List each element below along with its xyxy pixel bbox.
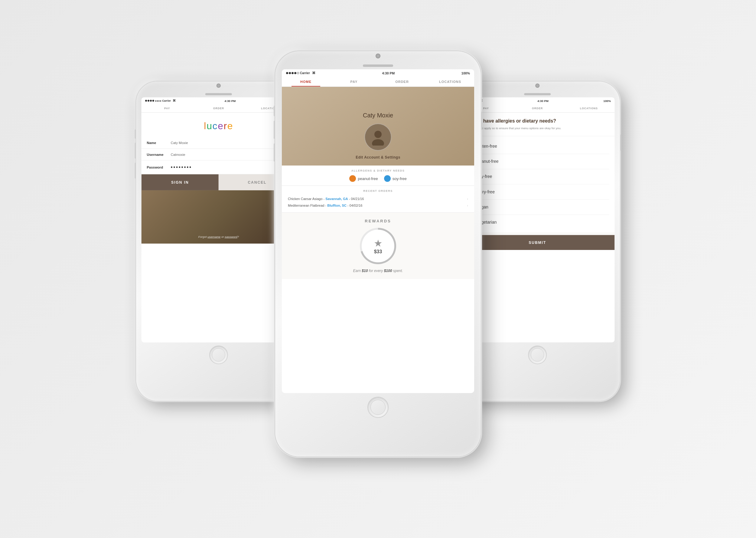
home-button-right[interactable] (528, 346, 547, 364)
phone-center: Carrier ⌘ 4:30 PM 100% HOME PAY ORDER LO… (275, 51, 481, 457)
password-value: •••••••• (170, 164, 192, 170)
soy-dot (384, 175, 391, 182)
svg-point-0 (374, 131, 382, 138)
status-bar-right: Carrier ⌘ 4:30 PM 100% (460, 97, 614, 104)
allergen-peanut: peanut-free (349, 175, 378, 182)
nav-pay[interactable]: PAY (330, 77, 378, 86)
dietary-options: gluten-free peanut-free soy-free dairy-f… (460, 136, 614, 232)
status-bar-center: Carrier ⌘ 4:30 PM 100% (282, 69, 474, 77)
time-left: 4:30 PM (225, 99, 236, 103)
speaker-center (363, 65, 393, 67)
order-arrow-1: › (467, 197, 468, 201)
rewards-amount: $33 (374, 249, 382, 254)
login-screen: lucere Name Caty Moxie Username Catmoxie… (142, 113, 296, 342)
nav-pay-left[interactable]: PAY (142, 104, 193, 112)
battery-right: 100% (603, 99, 611, 103)
submit-button[interactable]: SUBMIT (460, 235, 614, 250)
profile-avatar[interactable] (364, 124, 392, 151)
home-screen: Caty Moxie Edit Account & Settings ALLER… (282, 87, 474, 279)
option-gluten-free[interactable]: gluten-free (466, 139, 609, 154)
svg-point-1 (372, 139, 384, 145)
soy-label: soy-free (393, 177, 407, 181)
camera-center (376, 54, 380, 58)
dietary-title: Do you have allergies or dietary needs? (466, 118, 609, 124)
recent-orders-label: RECENT ORDERS (288, 189, 468, 192)
order-arrow-2: › (467, 204, 468, 207)
allergen-soy: soy-free (384, 175, 407, 182)
nav-right: PAY ORDER LOCATIONS (460, 104, 614, 113)
wifi-left: ⌘ (173, 99, 176, 102)
dietary-screen: Do you have allergies or dietary needs? … (460, 113, 614, 250)
nav-locations[interactable]: LOCATIONS (426, 77, 474, 86)
rewards-star-icon: ★ (374, 238, 383, 249)
home-button-left[interactable] (209, 346, 228, 364)
screen-left: ●●●● Carrier ⌘ 4:30 PM 100% PAY ORDER LO… (142, 97, 296, 343)
login-buttons: SIGN IN CANCEL (142, 174, 296, 190)
time-center: 4:30 PM (382, 72, 395, 75)
battery-center: 100% (461, 72, 470, 75)
option-vegan[interactable]: vegan (466, 200, 609, 215)
name-value: Caty Moxie (170, 141, 188, 145)
option-peanut-free[interactable]: peanut-free (466, 154, 609, 169)
profile-header: Caty Moxie Edit Account & Settings (282, 87, 474, 166)
logo: lucere (142, 113, 296, 137)
forgot-password[interactable]: Forgot username or password? (198, 235, 239, 239)
nav-left: PAY ORDER LOCATIONS (142, 104, 296, 113)
order-dish-2: Mediterranean Flatbread - Bluffton, SC -… (288, 204, 362, 207)
camera-right (535, 83, 540, 88)
dietary-subtitle: Check all that apply so to ensure that y… (466, 126, 609, 131)
signin-button[interactable]: SIGN IN (142, 174, 219, 190)
screen-right: Carrier ⌘ 4:30 PM 100% PAY ORDER LOCATIO… (460, 97, 614, 343)
order-dish-1: Chicken Caesar Asiago - Savannah, GA - 0… (288, 197, 364, 201)
name-label: Name (147, 141, 170, 145)
login-background: Forgot username or password? (142, 190, 296, 243)
screen-center: Carrier ⌘ 4:30 PM 100% HOME PAY ORDER LO… (282, 69, 474, 393)
recent-orders: RECENT ORDERS Chicken Caesar Asiago - Sa… (282, 186, 474, 213)
password-label: Password (147, 165, 170, 169)
peanut-dot (349, 175, 356, 182)
rewards-title: REWARDS (288, 219, 468, 223)
nav-order-left[interactable]: ORDER (193, 104, 244, 112)
speaker-left (205, 93, 232, 95)
username-label: Username (147, 152, 170, 156)
order-item-1[interactable]: Chicken Caesar Asiago - Savannah, GA - 0… (288, 195, 468, 202)
password-field[interactable]: Password •••••••• (142, 160, 296, 174)
nav-center: HOME PAY ORDER LOCATIONS (282, 77, 474, 87)
home-button-center[interactable] (367, 397, 389, 418)
allergens-section: ALLERGENS & DIETARY NEEDS peanut-free so… (282, 166, 474, 186)
name-field[interactable]: Name Caty Moxie (142, 137, 296, 149)
allergens-label: ALLERGENS & DIETARY NEEDS (288, 169, 468, 172)
option-dairy-free[interactable]: dairy-free (466, 184, 609, 199)
nav-order[interactable]: ORDER (378, 77, 426, 86)
username-field[interactable]: Username Catmoxie (142, 149, 296, 161)
rewards-circle: ★ $33 (360, 228, 396, 264)
carrier-left: ●●●● Carrier (155, 99, 171, 102)
username-value: Catmoxie (170, 152, 185, 156)
nav-order-right[interactable]: ORDER (512, 104, 563, 112)
dietary-header: Do you have allergies or dietary needs? … (460, 113, 614, 136)
status-bar-left: ●●●● Carrier ⌘ 4:30 PM 100% (142, 97, 296, 104)
speaker-right (524, 93, 551, 95)
allergen-tags: peanut-free soy-free (288, 175, 468, 182)
time-right: 4:30 PM (537, 99, 548, 103)
profile-name: Caty Moxie (363, 112, 393, 119)
camera-left (216, 83, 221, 88)
nav-locations-right[interactable]: LOCATIONS (563, 104, 614, 112)
option-vegetarian[interactable]: vegetarian (466, 215, 609, 230)
edit-account-link[interactable]: Edit Account & Settings (355, 155, 401, 159)
rewards-earn-text: Earn $10 for every $100 spent. (288, 269, 468, 273)
rewards-section: REWARDS ★ $33 Earn $10 for every $100 sp… (282, 213, 474, 279)
option-soy-free[interactable]: soy-free (466, 169, 609, 184)
nav-home[interactable]: HOME (282, 77, 330, 86)
order-item-2[interactable]: Mediterranean Flatbread - Bluffton, SC -… (288, 202, 468, 209)
peanut-label: peanut-free (358, 177, 378, 181)
